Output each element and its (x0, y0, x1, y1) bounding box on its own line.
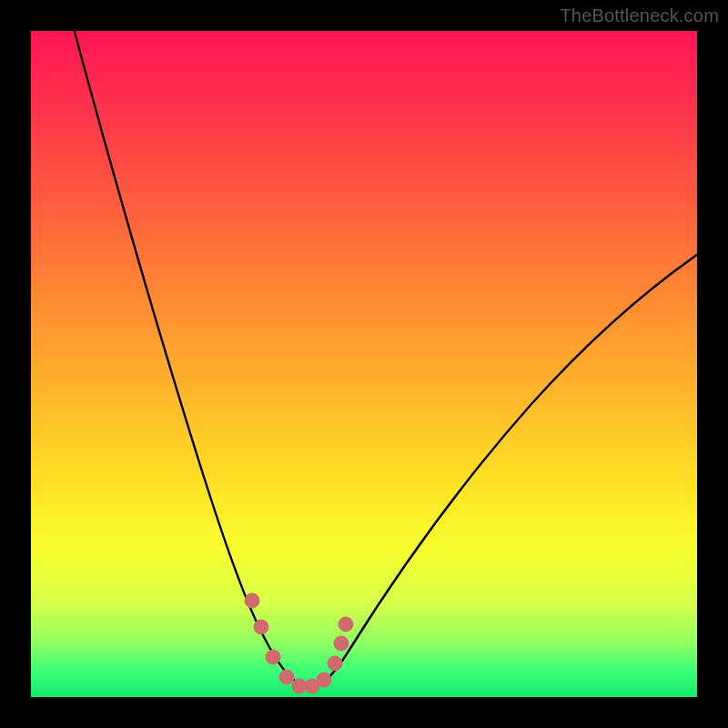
svg-point-8 (334, 636, 349, 651)
plot-area (31, 31, 697, 697)
curve-right-branch (304, 252, 697, 688)
svg-point-7 (328, 656, 342, 671)
svg-point-2 (266, 650, 280, 664)
svg-point-3 (279, 670, 294, 684)
bottleneck-curve (31, 31, 697, 697)
svg-point-9 (339, 617, 353, 632)
valley-markers (245, 593, 353, 693)
curve-left-branch (73, 31, 313, 688)
svg-point-1 (254, 620, 268, 634)
chart-frame: TheBottleneck.com (0, 0, 728, 728)
watermark-text: TheBottleneck.com (560, 5, 719, 26)
svg-point-6 (317, 672, 331, 687)
svg-point-0 (245, 593, 259, 608)
